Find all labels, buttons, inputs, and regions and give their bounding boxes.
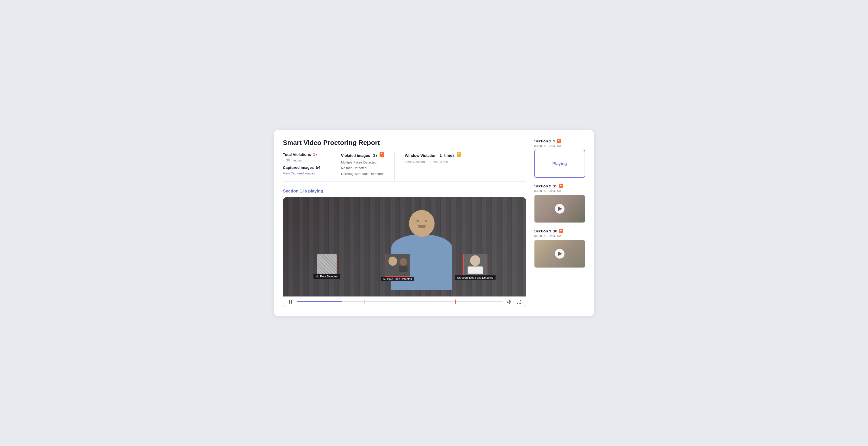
unrecog-thumb [464,254,487,275]
window-violation-flag [457,152,461,157]
stat-block-violated-images: Violated images 17 Multiple Faces Detect… [341,152,395,181]
total-violations-value: 17 [313,152,317,157]
unrecog-face [470,255,480,266]
section-1-flag [557,139,561,143]
section-1-name: Section 1 [534,139,551,143]
video-main: No Face Detected [283,197,526,296]
noface-label: No Face Detected [313,274,341,279]
person-silhouette [378,210,465,296]
video-container: No Face Detected [283,197,526,307]
person-head [409,210,435,237]
detail-item-1: Multiple Faces Detected [341,160,384,165]
violated-images-flag [379,152,384,157]
section-3-name: Section 3 [534,229,551,233]
pause-button[interactable] [287,299,293,305]
stat-block-violations: Total Violations 17 in 30 minutes Captur… [283,152,331,181]
window-violation-label: Window Violation [405,153,437,158]
volume-icon [507,299,512,304]
section-1-header: Section 1 9 [534,139,585,143]
video-controls [283,296,526,307]
main-card: Smart Video Proctoring Report Total Viol… [274,130,594,316]
section-3-thumb[interactable] [534,240,585,268]
section-1-thumb[interactable]: Playing [534,150,585,178]
marker-3 [455,299,456,304]
section-2-flag [559,184,563,188]
fullscreen-icon [517,299,521,304]
main-content: Smart Video Proctoring Report Total Viol… [283,139,526,307]
noface-box [317,254,337,274]
face1 [389,257,397,266]
captured-images-value: 54 [316,165,320,170]
detail-item-2: No face Detected [341,165,384,171]
detection-unrecog: Unrecognised Face Detected [455,254,496,281]
violated-images-value: 17 [373,153,377,158]
unrecog-label: Unrecognised Face Detected [455,275,496,280]
multiface-box [385,254,410,277]
multiface-thumb [385,254,410,276]
section-2-play-icon [558,207,562,211]
section-1-time: 03:00:00 - 03:30:00 [534,144,585,148]
time-violation-duration: 1 min 23 sec [430,160,448,164]
section-2-thumb[interactable] [534,195,585,223]
captured-images-label: Captured images [283,165,314,169]
detection-multiface: Multiple Face Detected [381,254,414,281]
detail-item-3: Unrecognized face Detected [341,171,384,177]
section-1-count: 9 [553,139,555,143]
detection-boxes: No Face Detected [283,254,526,281]
section-playing-label: Section 1 is playing [283,189,526,194]
unrecog-box [463,254,488,275]
volume-button[interactable] [506,299,513,305]
section-1-playing: Playing [553,161,567,166]
svg-rect-0 [289,300,290,304]
section-2-header: Section 2 15 [534,184,585,188]
section-2-time: 03:30:00 - 04:30:00 [534,189,585,193]
total-violations-sub: in 30 minutes [283,159,320,162]
section-3-count: 10 [553,229,557,233]
section-2-count: 15 [553,184,557,188]
violated-images-label: Violated images [341,153,370,158]
section-2-name: Section 2 [534,184,551,188]
section-3-time: 04:30:00 - 05:30:00 [534,234,585,238]
stat-block-window: Window Violation 1 Times Time Violation … [405,152,471,181]
view-captured-link[interactable]: View Captured images [283,172,320,175]
marker-2 [410,299,410,304]
progress-bar[interactable] [297,301,503,302]
svg-marker-2 [507,300,509,304]
face2 [400,258,407,266]
pause-icon [288,299,292,304]
section-item-1: Section 1 9 03:00:00 - 03:30:00 Playing [534,139,585,178]
svg-rect-1 [291,300,292,304]
total-violations-label: Total Violations [283,152,311,157]
progress-fill [297,301,342,302]
section-item-3: Section 3 10 04:30:00 - 05:30:00 [534,229,585,268]
section-3-header: Section 3 10 [534,229,585,233]
right-sidebar: Section 1 9 03:00:00 - 03:30:00 Playing … [534,139,585,307]
multiface-label: Multiple Face Detected [381,277,414,281]
page-title: Smart Video Proctoring Report [283,139,526,147]
section-item-2: Section 2 15 03:30:00 - 04:30:00 [534,184,585,223]
section-3-play-icon [558,252,562,256]
time-violation-label: Time Violation [405,160,425,164]
section-3-flag [559,229,563,233]
multiface-inner [388,257,407,274]
fullscreen-button[interactable] [516,299,522,305]
window-violation-value: 1 Times [440,153,455,158]
marker-1 [365,299,365,304]
detection-noface: No Face Detected [313,254,341,281]
stats-row: Total Violations 17 in 30 minutes Captur… [283,152,526,181]
violated-images-details: Multiple Faces Detected No face Detected… [341,160,384,177]
